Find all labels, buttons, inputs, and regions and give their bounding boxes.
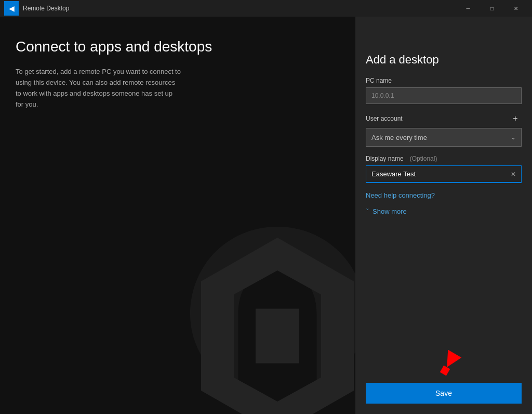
left-panel-heading: Connect to apps and desktops bbox=[16, 37, 340, 56]
display-name-optional: (Optional) bbox=[410, 155, 437, 162]
app-title: Remote Desktop bbox=[23, 5, 456, 12]
show-more-label: Show more bbox=[373, 208, 407, 215]
left-panel-description: To get started, add a remote PC you want… bbox=[16, 67, 182, 110]
clear-display-name-button[interactable]: ✕ bbox=[508, 169, 518, 179]
window-controls: ─ □ ✕ bbox=[456, 0, 528, 17]
pc-name-label: PC name bbox=[366, 77, 522, 84]
panel-title: Add a desktop bbox=[366, 53, 522, 67]
save-button[interactable]: Save bbox=[366, 383, 522, 404]
help-link[interactable]: Need help connecting? bbox=[366, 191, 522, 199]
add-user-button[interactable]: + bbox=[509, 112, 522, 125]
right-panel: + Add ⚙ Settings ••• Add a desktop PC na… bbox=[355, 17, 532, 414]
show-more-button[interactable]: ˅ Show more bbox=[366, 208, 522, 215]
user-account-section: User account + Ask me every time ⌄ bbox=[366, 112, 522, 147]
svg-marker-0 bbox=[436, 350, 461, 378]
display-name-input-wrap: ✕ bbox=[366, 165, 522, 183]
maximize-button[interactable]: □ bbox=[480, 0, 504, 17]
back-button[interactable]: ◀ bbox=[4, 1, 19, 16]
left-panel: Connect to apps and desktops To get star… bbox=[0, 17, 355, 414]
user-account-label: User account bbox=[366, 115, 403, 122]
red-arrow-indicator bbox=[436, 350, 464, 379]
close-button[interactable]: ✕ bbox=[504, 0, 528, 17]
user-account-row: User account + bbox=[366, 112, 522, 125]
pc-name-input[interactable] bbox=[366, 87, 522, 104]
display-name-input[interactable] bbox=[366, 165, 522, 183]
pc-name-section: PC name bbox=[366, 77, 522, 104]
back-icon: ◀ bbox=[9, 4, 15, 12]
clear-icon: ✕ bbox=[511, 171, 516, 178]
display-name-section: Display name (Optional) ✕ bbox=[366, 155, 522, 183]
chevron-down-icon: ⌄ bbox=[511, 134, 516, 141]
titlebar: ◀ Remote Desktop ─ □ ✕ bbox=[0, 0, 532, 17]
display-name-label: Display name bbox=[366, 155, 404, 162]
user-account-value: Ask me every time bbox=[371, 134, 427, 141]
minimize-button[interactable]: ─ bbox=[456, 0, 480, 17]
display-name-label-row: Display name (Optional) bbox=[366, 155, 522, 162]
show-more-chevron-icon: ˅ bbox=[366, 208, 369, 215]
main-layout: Connect to apps and desktops To get star… bbox=[0, 17, 532, 414]
bg-watermark-icon bbox=[168, 227, 355, 414]
user-account-dropdown[interactable]: Ask me every time ⌄ bbox=[366, 128, 522, 147]
